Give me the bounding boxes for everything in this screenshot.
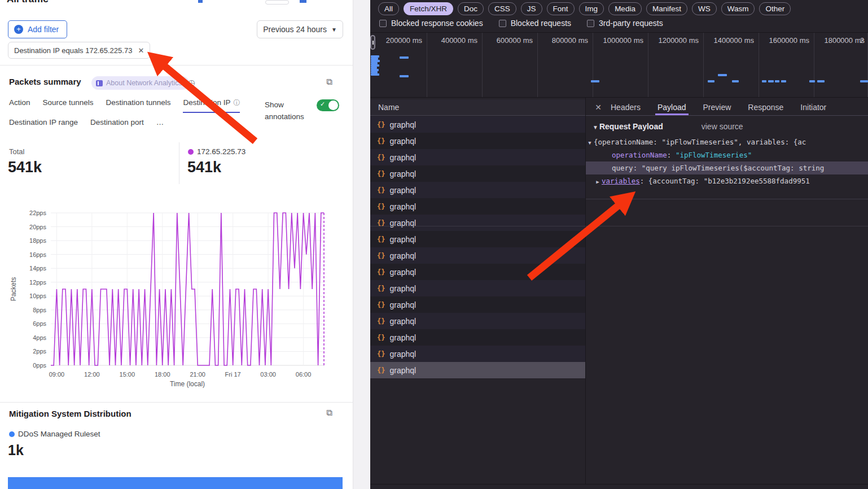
json-braces-icon: {} xyxy=(377,235,385,243)
packets-tab-destination-ip-range[interactable]: Destination IP range xyxy=(9,118,78,130)
packets-tab-destination-port[interactable]: Destination port xyxy=(90,118,144,130)
request-row[interactable]: {}graphql xyxy=(370,247,585,264)
request-activity-mark xyxy=(781,80,786,82)
remove-filter-icon[interactable]: ✕ xyxy=(138,46,144,55)
detail-tab-response[interactable]: Response xyxy=(748,99,783,115)
divider xyxy=(586,199,868,199)
filter-chip-doc[interactable]: Doc xyxy=(458,2,484,15)
time-range-dropdown[interactable]: Previous 24 hours ▼ xyxy=(257,20,343,38)
screenshot-stage: All traffic + Add filter Previous 24 hou… xyxy=(0,0,868,489)
filter-chip-css[interactable]: CSS xyxy=(488,2,516,15)
timeline-tick-label-clipped: 2 xyxy=(860,36,868,45)
series-value: 541k xyxy=(187,159,221,176)
json-braces-icon: {} xyxy=(377,170,385,178)
collapse-triangle-icon[interactable]: ▼ xyxy=(593,124,598,130)
request-row[interactable]: {}graphql xyxy=(370,198,585,215)
filter-chip-other[interactable]: Other xyxy=(759,2,791,15)
svg-text:Time (local): Time (local) xyxy=(170,380,205,388)
series-color-dot xyxy=(188,149,194,155)
checkbox-label: Blocked response cookies xyxy=(391,19,483,28)
filter-chip-all[interactable]: All xyxy=(378,2,399,15)
payload-row-operationName[interactable]: operationName: "ipFlowTimeseries" xyxy=(586,149,868,161)
json-braces-icon: {} xyxy=(377,154,385,161)
checkbox-blocked-requests[interactable]: Blocked requests xyxy=(499,19,571,28)
filter-chip-js[interactable]: JS xyxy=(521,2,542,15)
request-name: graphql xyxy=(389,251,416,260)
request-row[interactable]: {}graphql xyxy=(370,296,585,313)
add-filter-button[interactable]: + Add filter xyxy=(8,20,67,38)
request-row[interactable]: {}graphql xyxy=(370,215,585,231)
payload-value: "ipFlowTimeseries" xyxy=(676,151,752,159)
expand-panel-icon[interactable]: ⧉ xyxy=(326,408,332,418)
svg-text:12:00: 12:00 xyxy=(84,371,100,378)
detail-tab-headers[interactable]: Headers xyxy=(611,99,641,115)
json-braces-icon: {} xyxy=(377,301,385,309)
more-tabs-button[interactable]: … xyxy=(156,118,164,130)
request-row[interactable]: {}graphql xyxy=(370,165,585,182)
request-row-selected[interactable]: {}graphql xyxy=(370,362,585,378)
divider xyxy=(370,226,868,226)
request-row[interactable]: {}graphql xyxy=(370,182,585,198)
request-row[interactable]: {}graphql xyxy=(370,280,585,296)
request-row[interactable]: {}graphql xyxy=(370,329,585,346)
detail-tab-initiator[interactable]: Initiator xyxy=(800,99,826,115)
active-filter-pill[interactable]: Destination IP equals 172.65.225.73 ✕ xyxy=(8,42,150,59)
request-row[interactable]: {}graphql xyxy=(370,133,585,149)
request-row[interactable]: {}graphql xyxy=(370,149,585,165)
close-icon[interactable]: ✕ xyxy=(586,99,611,115)
name-column-header[interactable]: Name xyxy=(370,99,585,116)
packets-tab-action[interactable]: Action xyxy=(9,98,30,113)
about-network-analytics-badge[interactable]: About Network Analytics xyxy=(91,76,189,90)
request-row[interactable]: {}graphql xyxy=(370,346,585,362)
clipped-toolbar-fragment xyxy=(265,0,289,5)
packets-tab-source-tunnels[interactable]: Source tunnels xyxy=(43,98,94,113)
checkbox-blocked-response-cookies[interactable]: Blocked response cookies xyxy=(379,19,483,28)
expand-panel-icon[interactable]: ⧉ xyxy=(326,77,332,87)
payload-summary-row[interactable]: ▼{operationName: "ipFlowTimeseries", var… xyxy=(586,136,868,149)
packets-tab-destination-tunnels[interactable]: Destination tunnels xyxy=(106,98,171,113)
filter-chip-wasm[interactable]: Wasm xyxy=(721,2,755,15)
detail-tab-preview[interactable]: Preview xyxy=(703,99,731,115)
request-row[interactable]: {}graphql xyxy=(370,116,585,133)
checkbox-3rd-party-requests[interactable]: 3rd-party requests xyxy=(587,19,663,28)
request-activity-mark xyxy=(860,80,868,82)
payload-row-variables[interactable]: ▶variables: {accountTag: "b12e3b2192ee55… xyxy=(586,174,868,187)
svg-text:15:00: 15:00 xyxy=(120,371,135,378)
request-row[interactable]: {}graphql xyxy=(370,313,585,329)
show-annotations-toggle[interactable]: ✓ xyxy=(317,99,339,111)
filter-chip-media[interactable]: Media xyxy=(608,2,642,15)
timeline-tick-label: 400000 ms xyxy=(427,36,477,45)
devtools-network-panel: AllFetch/XHRDocCSSJSFontImgMediaManifest… xyxy=(370,0,868,489)
expand-triangle-icon[interactable]: ▶ xyxy=(594,176,602,187)
scroll-gutter xyxy=(353,0,370,489)
svg-text:20pps: 20pps xyxy=(29,224,46,230)
packets-timeseries-chart: 0pps2pps4pps6pps8pps10pps12pps14pps16pps… xyxy=(9,201,328,390)
filter-chip-font[interactable]: Font xyxy=(547,2,575,15)
request-payload-label: Request Payload xyxy=(599,122,663,131)
divider xyxy=(179,142,179,184)
colon: : xyxy=(667,151,676,159)
json-braces-icon: {} xyxy=(377,252,385,260)
filter-chip-img[interactable]: Img xyxy=(579,2,604,15)
filter-chip-ws[interactable]: WS xyxy=(692,2,717,15)
svg-text:16pps: 16pps xyxy=(29,251,46,258)
checkbox-icon xyxy=(379,20,387,27)
detail-tab-payload[interactable]: Payload xyxy=(657,99,686,115)
request-name: graphql xyxy=(389,153,416,162)
network-overview-timeline[interactable]: 200000 ms400000 ms600000 ms800000 ms1000… xyxy=(370,33,868,97)
payload-row-query[interactable]: query: "query ipFlowTimeseries($accountT… xyxy=(586,161,868,174)
packets-tab-destination-ip[interactable]: Destination IPⓘ xyxy=(183,98,240,113)
svg-text:14pps: 14pps xyxy=(29,265,46,272)
request-name: graphql xyxy=(389,300,416,309)
toggle-knob xyxy=(328,101,338,110)
filter-chip-fetch-xhr[interactable]: Fetch/XHR xyxy=(404,2,453,15)
request-activity-mark xyxy=(775,80,779,82)
filter-chip-manifest[interactable]: Manifest xyxy=(646,2,687,15)
request-name: graphql xyxy=(389,120,416,129)
request-row[interactable]: {}graphql xyxy=(370,264,585,280)
timeline-tick-label: 1800000 ms xyxy=(814,36,865,45)
view-source-link[interactable]: view source xyxy=(702,122,743,131)
request-row[interactable]: {}graphql xyxy=(370,231,585,247)
time-range-label: Previous 24 hours xyxy=(263,25,327,34)
json-braces-icon: {} xyxy=(377,366,385,374)
